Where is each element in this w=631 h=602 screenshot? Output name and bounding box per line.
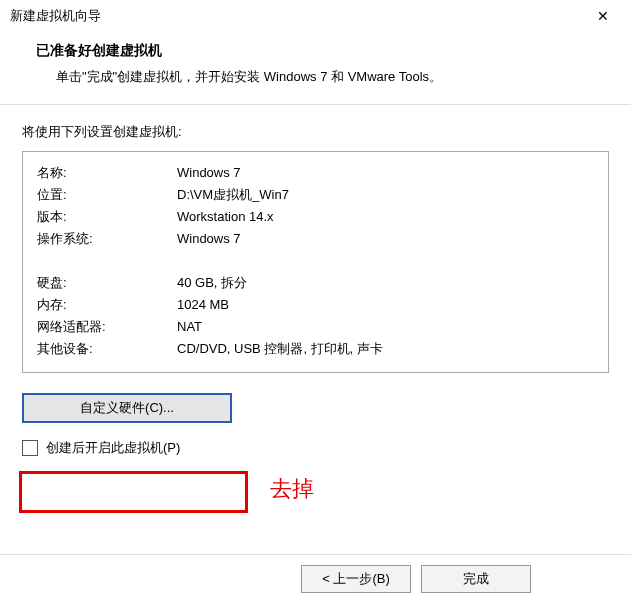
settings-row: 名称: Windows 7: [37, 162, 594, 184]
back-button-label: < 上一步(B): [322, 570, 390, 588]
settings-label-os: 操作系统:: [37, 228, 177, 250]
customize-hardware-label: 自定义硬件(C)...: [80, 399, 174, 417]
settings-label-network: 网络适配器:: [37, 316, 177, 338]
power-on-checkbox[interactable]: [22, 440, 38, 456]
settings-row: 操作系统: Windows 7: [37, 228, 594, 250]
finish-button-label: 完成: [463, 570, 489, 588]
close-icon: ✕: [597, 8, 609, 24]
settings-label-location: 位置:: [37, 184, 177, 206]
settings-intro: 将使用下列设置创建虚拟机:: [22, 123, 609, 141]
settings-label-name: 名称:: [37, 162, 177, 184]
settings-value-memory: 1024 MB: [177, 294, 594, 316]
power-on-checkbox-label[interactable]: 创建后开启此虚拟机(P): [46, 439, 180, 457]
settings-label-memory: 内存:: [37, 294, 177, 316]
back-button[interactable]: < 上一步(B): [301, 565, 411, 593]
settings-value-network: NAT: [177, 316, 594, 338]
settings-row: 网络适配器: NAT: [37, 316, 594, 338]
settings-value-disk: 40 GB, 拆分: [177, 272, 594, 294]
window-title: 新建虚拟机向导: [10, 7, 101, 25]
settings-row: 硬盘: 40 GB, 拆分: [37, 272, 594, 294]
customize-hardware-button[interactable]: 自定义硬件(C)...: [22, 393, 232, 423]
settings-label-other: 其他设备:: [37, 338, 177, 360]
settings-summary-box: 名称: Windows 7 位置: D:\VM虚拟机_Win7 版本: Work…: [22, 151, 609, 373]
settings-row: 其他设备: CD/DVD, USB 控制器, 打印机, 声卡: [37, 338, 594, 360]
settings-row: 位置: D:\VM虚拟机_Win7: [37, 184, 594, 206]
finish-button[interactable]: 完成: [421, 565, 531, 593]
annotation-highlight-box: [19, 471, 248, 513]
settings-value-location: D:\VM虚拟机_Win7: [177, 184, 594, 206]
wizard-description: 单击"完成"创建虚拟机，并开始安装 Windows 7 和 VMware Too…: [36, 68, 621, 86]
annotation-text: 去掉: [270, 474, 314, 504]
wizard-footer: < 上一步(B) 完成: [0, 554, 631, 602]
wizard-title: 已准备好创建虚拟机: [36, 42, 621, 60]
settings-label-disk: 硬盘:: [37, 272, 177, 294]
wizard-content: 将使用下列设置创建虚拟机: 名称: Windows 7 位置: D:\VM虚拟机…: [0, 105, 631, 457]
power-on-checkbox-row: 创建后开启此虚拟机(P): [22, 439, 609, 457]
settings-value-name: Windows 7: [177, 162, 594, 184]
settings-value-other: CD/DVD, USB 控制器, 打印机, 声卡: [177, 338, 594, 360]
settings-label-version: 版本:: [37, 206, 177, 228]
titlebar: 新建虚拟机向导 ✕: [0, 0, 631, 30]
wizard-header: 已准备好创建虚拟机 单击"完成"创建虚拟机，并开始安装 Windows 7 和 …: [0, 30, 631, 105]
settings-row: 版本: Workstation 14.x: [37, 206, 594, 228]
settings-value-version: Workstation 14.x: [177, 206, 594, 228]
close-button[interactable]: ✕: [585, 4, 621, 28]
settings-value-os: Windows 7: [177, 228, 594, 250]
settings-row: 内存: 1024 MB: [37, 294, 594, 316]
